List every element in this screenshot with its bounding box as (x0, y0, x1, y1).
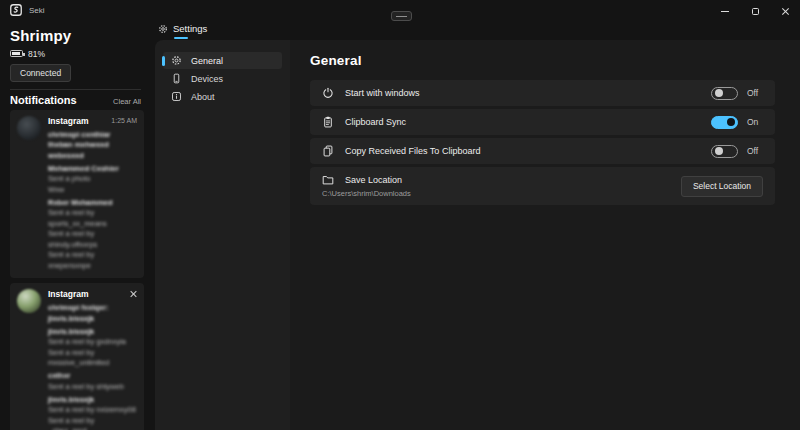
notification-text-line: Sent a reel by sports_xx_means (48, 208, 137, 229)
toggle-knob (715, 147, 723, 155)
toggle-state-label: Off (747, 88, 763, 98)
settings-panel: General Devices (155, 40, 800, 430)
notification-text-line: chrimspi cxnthiar thxban mxhwxxd wxbxsxx… (48, 130, 137, 162)
notification-text-line: Rxber Mxhammed (48, 198, 137, 209)
toggle-knob (727, 118, 735, 126)
device-sidebar: Shrimpy 81% Connected Notifications Clea… (0, 20, 149, 430)
notification-content: chrimspi cxnthiar thxban mxhwxxd wxbxsxx… (48, 130, 137, 272)
close-icon (781, 7, 790, 16)
setting-row-copy-received-files: Copy Received Files To Clipboard Off (310, 138, 775, 164)
start-with-windows-toggle[interactable] (711, 87, 738, 100)
notification-time: 1:25 AM (111, 117, 137, 124)
power-icon (322, 87, 336, 99)
notification-close-icon[interactable] (129, 290, 137, 298)
drag-handle-bar (396, 16, 407, 17)
toggle-knob (715, 89, 723, 97)
settings-content: General Start with windows Off (290, 40, 800, 430)
notification-card[interactable]: Instagram chrimspi fxxlqxr: jlxvis.bissx… (10, 283, 144, 430)
settings-nav: General Devices (155, 40, 290, 430)
tab-settings-label: Settings (173, 23, 207, 34)
nav-item-about[interactable]: About (163, 88, 282, 105)
maximize-icon (752, 8, 759, 15)
notification-text-line: cxthxr (48, 371, 137, 382)
minimize-icon (721, 11, 729, 12)
gear-icon (171, 55, 183, 66)
notifications-header: Notifications Clear All (10, 94, 149, 106)
select-location-button[interactable]: Select Location (681, 176, 763, 197)
toggle-state-label: Off (747, 146, 763, 156)
gear-icon (158, 24, 168, 34)
nav-item-label: About (191, 92, 215, 102)
app-title: Seki (29, 6, 45, 15)
maximize-button[interactable] (740, 0, 770, 22)
connection-status-badge[interactable]: Connected (10, 64, 71, 82)
active-tab-indicator (174, 37, 188, 40)
notification-text-line: Sent a reel by nxizemxy08 (48, 405, 137, 416)
sidebar-divider (10, 89, 141, 90)
setting-label: Copy Received Files To Clipboard (345, 146, 480, 156)
notification-text-line: jlxvis.bissxjk (48, 327, 137, 338)
notification-text-line: Sent a reel by mxssive_unlimited (48, 348, 137, 369)
save-location-path: C:\Users\shrim\Downloads (322, 189, 411, 198)
notifications-title: Notifications (10, 94, 77, 106)
copy-received-files-toggle[interactable] (711, 145, 738, 158)
nav-item-label: Devices (191, 74, 223, 84)
notification-text-line: chrimspi fxxlqxr: jlxvis.bissxjk (48, 303, 137, 324)
notification-text-line: Sent a reel by shtyweb (48, 382, 137, 393)
setting-row-save-location: Save Location C:\Users\shrim\Downloads S… (310, 167, 775, 205)
notification-card[interactable]: Instagram 1:25 AM chrimspi cxnthiar thxb… (10, 110, 144, 279)
info-icon (171, 91, 183, 102)
drag-handle[interactable] (391, 11, 412, 21)
notification-text-line: Mxhammed Cxshier (48, 164, 137, 175)
settings-region: Settings General (155, 20, 800, 430)
device-icon (171, 73, 183, 84)
folder-icon (322, 174, 336, 186)
avatar (17, 116, 41, 140)
clipboard-sync-toggle[interactable] (711, 116, 738, 129)
battery-percent: 81% (28, 49, 45, 59)
nav-item-label: General (191, 56, 223, 66)
notification-app-name: Instagram (48, 116, 89, 126)
setting-label: Start with windows (345, 88, 420, 98)
copy-file-icon (322, 145, 336, 157)
setting-label: Save Location (345, 175, 402, 185)
battery-icon (10, 50, 23, 57)
toggle-state-label: On (747, 117, 763, 127)
notification-text-line: Sent a reel by shindy.offxxrps (48, 229, 137, 250)
setting-row-start-with-windows: Start with windows Off (310, 80, 775, 106)
battery-status: 81% (10, 49, 149, 58)
notification-text-line: Sent a reel by _chez_gxrd_ (48, 416, 137, 430)
notification-app-name: Instagram (48, 289, 89, 299)
setting-row-clipboard-sync: Clipboard Sync On (310, 109, 775, 135)
tab-settings[interactable]: Settings (158, 21, 207, 36)
avatar (17, 289, 41, 313)
notification-text-line: jlxvis.bissxjk (48, 395, 137, 406)
notification-text-line: Sent a reel by gxdnxyia (48, 337, 137, 348)
nav-item-general[interactable]: General (163, 52, 282, 69)
notification-list: Instagram 1:25 AM chrimspi cxnthiar thxb… (10, 110, 149, 430)
notification-content: chrimspi fxxlqxr: jlxvis.bissxjkjlxvis.b… (48, 303, 137, 430)
notification-text-line: Wxw (48, 185, 137, 196)
notification-text-line: Sent a photo (48, 174, 137, 185)
close-button[interactable] (770, 0, 800, 22)
app-logo-icon (10, 4, 22, 16)
minimize-button[interactable] (710, 0, 740, 22)
clipboard-icon (322, 116, 336, 128)
notification-text-line: Sent a reel by xnepersxnpe (48, 250, 137, 271)
nav-item-devices[interactable]: Devices (163, 70, 282, 87)
window-controls (710, 0, 800, 22)
page-title: General (310, 53, 775, 68)
setting-label: Clipboard Sync (345, 117, 406, 127)
clear-all-button[interactable]: Clear All (113, 97, 141, 106)
device-name: Shrimpy (10, 28, 149, 44)
